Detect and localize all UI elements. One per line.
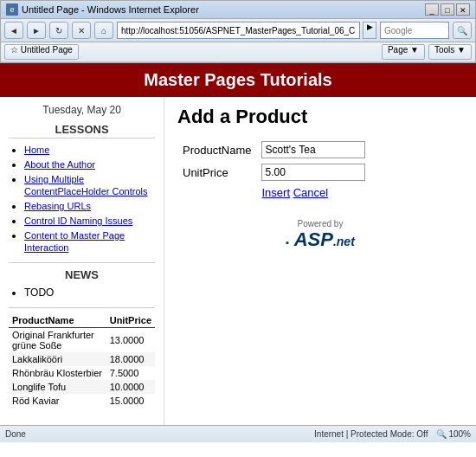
cell-productname: Longlife Tofu <box>9 380 106 394</box>
list-item: Using Multiple ContentPlaceHolder Contro… <box>24 173 155 197</box>
sidebar-nav: Home About the Author Using Multiple Con… <box>9 144 155 254</box>
news-list: TODO <box>9 286 155 299</box>
refresh-button[interactable]: ↻ <box>49 22 68 39</box>
product-form: ProductName UnitPrice Insert Cancel <box>177 138 370 202</box>
go-button[interactable]: ▶ <box>363 22 376 39</box>
sidebar-divider <box>9 262 155 263</box>
window-controls: _ □ ✕ <box>425 3 470 16</box>
cancel-link[interactable]: Cancel <box>293 186 328 199</box>
table-row: Original Frankfurter grüne Soße13.0000 <box>9 328 155 353</box>
cell-unitprice: 7.5000 <box>106 366 155 380</box>
product-table: ProductName UnitPrice Original Frankfurt… <box>9 313 155 408</box>
insert-link[interactable]: Insert <box>261 186 290 199</box>
news-item: TODO <box>24 286 155 299</box>
page-body: Tuesday, May 20 LESSONS Home About the A… <box>0 97 476 425</box>
back-button[interactable]: ◄ <box>4 22 23 39</box>
search-button[interactable]: 🔍 <box>453 22 472 39</box>
nav-bar: ◄ ► ↻ ✕ ⌂ ▶ 🔍 <box>1 19 475 42</box>
list-item: About the Author <box>24 158 155 171</box>
page-header: Master Pages Tutorials <box>0 63 476 97</box>
sidebar-divider-2 <box>9 307 155 308</box>
unitprice-label: UnitPrice <box>177 161 256 183</box>
productname-input[interactable] <box>261 141 365 158</box>
form-actions-cell: Insert Cancel <box>256 183 370 202</box>
table-row: Rhönbräu Klosterbier7.5000 <box>9 366 155 380</box>
maximize-button[interactable]: □ <box>441 3 454 16</box>
powered-by-section: Powered by ▪ ASP.net <box>177 219 463 251</box>
minimize-button[interactable]: _ <box>425 3 439 16</box>
nav-multiple-link[interactable]: Using Multiple ContentPlaceHolder Contro… <box>24 174 147 196</box>
sidebar: Tuesday, May 20 LESSONS Home About the A… <box>0 97 164 425</box>
table-header-row: ProductName UnitPrice <box>9 313 155 328</box>
col-productname: ProductName <box>9 313 106 328</box>
cell-productname: Rhönbräu Klosterbier <box>9 366 106 380</box>
forward-button[interactable]: ► <box>27 22 46 39</box>
list-item: Home <box>24 144 155 156</box>
cell-productname: Röd Kaviar <box>9 394 106 408</box>
address-bar: ▶ <box>117 22 376 39</box>
cell-unitprice: 15.0000 <box>106 394 155 408</box>
list-item: Rebasing URLs <box>24 200 155 212</box>
news-heading: NEWS <box>9 268 155 281</box>
form-row-unitprice: UnitPrice <box>177 161 370 183</box>
zoom-icon: 🔍 <box>436 429 447 439</box>
page-container: Master Pages Tutorials Tuesday, May 20 L… <box>0 63 476 425</box>
productname-label: ProductName <box>177 138 256 161</box>
main-content: Add a Product ProductName UnitPrice <box>164 97 476 425</box>
tools-button[interactable]: Tools ▼ <box>428 44 472 60</box>
sidebar-date: Tuesday, May 20 <box>9 104 155 116</box>
favorites-button[interactable]: ☆ Untitled Page <box>4 44 79 60</box>
powered-by-text: Powered by <box>177 219 463 228</box>
cell-unitprice: 18.0000 <box>106 352 155 366</box>
home-button[interactable]: ⌂ <box>94 22 113 39</box>
list-item: Content to Master Page Interaction <box>24 229 155 254</box>
browser-icon: e <box>6 3 18 16</box>
list-item: Control ID Naming Issues <box>24 215 155 227</box>
toolbar: ☆ Untitled Page Page ▼ Tools ▼ <box>1 42 475 62</box>
nav-author-link[interactable]: About the Author <box>24 159 95 170</box>
search-input[interactable] <box>380 22 449 39</box>
window-title: Untitled Page - Windows Internet Explore… <box>22 4 199 15</box>
nav-content-link[interactable]: Content to Master Page Interaction <box>24 230 125 253</box>
nav-list: Home About the Author Using Multiple Con… <box>9 144 155 254</box>
aspnet-logo: ▪ ASP.net <box>177 228 463 251</box>
nav-rebasing-link[interactable]: Rebasing URLs <box>24 201 91 211</box>
stop-button[interactable]: ✕ <box>72 22 91 39</box>
productname-cell <box>256 138 370 161</box>
table-row: Lakkalikööri18.0000 <box>9 352 155 366</box>
title-bar: e Untitled Page - Windows Internet Explo… <box>1 1 475 19</box>
lessons-heading: LESSONS <box>9 123 155 138</box>
cell-productname: Lakkalikööri <box>9 352 106 366</box>
nav-control-id-link[interactable]: Control ID Naming Issues <box>24 216 132 226</box>
page-button[interactable]: Page ▼ <box>382 44 425 60</box>
status-text: Done <box>5 429 314 439</box>
close-button[interactable]: ✕ <box>456 3 470 16</box>
zone-text: Internet | Protected Mode: Off <box>314 429 428 439</box>
form-row-actions: Insert Cancel <box>177 183 370 202</box>
table-row: Röd Kaviar15.0000 <box>9 394 155 408</box>
col-unitprice: UnitPrice <box>106 313 155 328</box>
unitprice-input[interactable] <box>261 164 365 181</box>
cell-unitprice: 10.0000 <box>106 380 155 394</box>
table-row: Longlife Tofu10.0000 <box>9 380 155 394</box>
address-input[interactable] <box>117 22 360 39</box>
page-title: Add a Product <box>177 106 463 128</box>
cell-unitprice: 13.0000 <box>106 328 155 353</box>
zoom-level: 100% <box>448 429 471 439</box>
unitprice-cell <box>256 161 370 183</box>
status-bar: Done Internet | Protected Mode: Off 🔍 10… <box>0 425 476 442</box>
zoom-indicator: 🔍 100% <box>436 429 471 439</box>
cell-productname: Original Frankfurter grüne Soße <box>9 328 106 353</box>
form-row-productname: ProductName <box>177 138 370 161</box>
nav-home-link[interactable]: Home <box>24 145 49 155</box>
